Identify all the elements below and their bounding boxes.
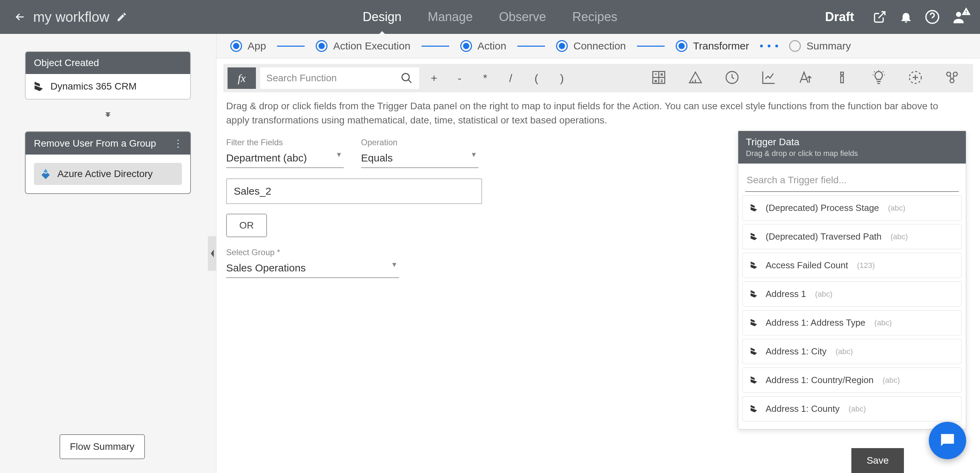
trigger-field-item[interactable]: (Deprecated) Traversed Path (abc): [743, 224, 962, 249]
time-category-icon[interactable]: [724, 70, 741, 87]
chat-bubble-icon[interactable]: [929, 422, 966, 459]
open-external-icon[interactable]: [872, 10, 887, 25]
info-category-icon[interactable]: [834, 70, 851, 87]
function-bar: fx + - * / ( ): [223, 64, 973, 92]
op-rparen[interactable]: ): [551, 67, 573, 89]
text-category-icon[interactable]: [797, 70, 815, 87]
wizard-stepper: App Action Execution Action Connection T…: [216, 34, 980, 59]
svg-rect-5: [841, 76, 843, 83]
dynamics-icon: [749, 289, 759, 299]
trigger-panel-subtitle: Drag & drop or click to map fields: [746, 149, 958, 158]
step-action-execution[interactable]: Action Execution: [316, 40, 410, 52]
card-header: Object Created: [25, 52, 190, 74]
or-button[interactable]: OR: [226, 214, 267, 237]
trigger-field-item[interactable]: Address 1: County (abc): [743, 396, 962, 422]
status-label: Draft: [825, 10, 854, 24]
trigger-field-name: (Deprecated) Process Stage: [765, 202, 879, 213]
card-app-name: Azure Active Directory: [57, 169, 153, 180]
trigger-field-type: (abc): [883, 376, 900, 385]
dynamics-icon: [749, 346, 759, 357]
avatar-icon[interactable]: [951, 10, 966, 25]
collapse-sidebar-icon[interactable]: [208, 236, 217, 271]
fx-icon[interactable]: fx: [228, 67, 256, 89]
math-category-icon[interactable]: [651, 70, 668, 87]
op-plus[interactable]: +: [423, 67, 445, 89]
trigger-field-type: (abc): [835, 347, 853, 356]
card-title: Object Created: [34, 57, 99, 68]
trigger-field-item[interactable]: Address 1: Country/Region (abc): [743, 368, 962, 393]
trigger-field-name: Address 1: County: [765, 403, 840, 414]
step-action[interactable]: Action: [460, 40, 506, 52]
trigger-field-item[interactable]: Address 1: City (abc): [743, 339, 962, 364]
tab-recipes[interactable]: Recipes: [570, 0, 620, 35]
workflow-card-trigger[interactable]: Object Created Dynamics 365 CRM: [25, 51, 191, 100]
trigger-field-item[interactable]: Address 1 (abc): [743, 282, 962, 307]
trigger-field-item[interactable]: (Deprecated) Process Stage (abc): [743, 195, 962, 221]
step-summary[interactable]: Summary: [789, 40, 851, 52]
trigger-field-item[interactable]: Access Failed Count (123): [743, 253, 962, 278]
op-lparen[interactable]: (: [526, 67, 547, 89]
settings-category-icon[interactable]: [944, 70, 961, 87]
step-connector: [422, 46, 449, 47]
step-connector: [277, 46, 305, 47]
tab-manage[interactable]: Manage: [425, 0, 476, 35]
trigger-field-type: (abc): [815, 290, 832, 299]
dynamics-icon: [749, 232, 759, 242]
trigger-field-list[interactable]: (Deprecated) Process Stage (abc) (Deprec…: [738, 195, 966, 429]
geometry-category-icon[interactable]: [687, 70, 705, 87]
svg-point-1: [956, 12, 961, 17]
trigger-search-input[interactable]: [745, 169, 959, 192]
filter-field-select[interactable]: Department (abc): [226, 150, 344, 168]
trigger-field-name: Address 1: [765, 289, 806, 299]
stats-category-icon[interactable]: [761, 70, 778, 87]
dynamics-icon: [749, 375, 759, 385]
workflow-card-action[interactable]: Remove User From a Group ⋮ Azure Active …: [25, 131, 191, 194]
tab-observe[interactable]: Observe: [496, 0, 549, 35]
filter-label: Filter the Fields: [226, 138, 344, 147]
back-arrow-icon[interactable]: [14, 11, 26, 23]
op-minus[interactable]: -: [449, 67, 470, 89]
alert-badge-icon: [961, 6, 971, 16]
step-transformer[interactable]: Transformer: [676, 40, 749, 52]
step-connector-dots: [760, 45, 778, 47]
dynamics-icon: [32, 80, 45, 93]
trigger-panel-header: Trigger Data Drag & drop or click to map…: [738, 131, 966, 164]
main-content: App Action Execution Action Connection T…: [216, 34, 980, 473]
search-function-input[interactable]: [266, 73, 401, 84]
trigger-field-name: Address 1: City: [765, 346, 826, 357]
select-group-label: Select Group *: [226, 248, 399, 257]
op-divide[interactable]: /: [500, 67, 522, 89]
svg-rect-6: [841, 72, 843, 75]
app-header: my workflow Design Manage Observe Recipe…: [0, 0, 980, 34]
operation-label: Operation: [361, 138, 479, 147]
encoding-category-icon[interactable]: [907, 70, 925, 87]
filter-value-input[interactable]: [226, 178, 482, 204]
trigger-field-name: Address 1: Country/Region: [765, 375, 873, 385]
flow-summary-button[interactable]: Flow Summary: [59, 434, 145, 459]
trigger-data-panel: Trigger Data Drag & drop or click to map…: [738, 131, 966, 430]
idea-category-icon[interactable]: [871, 70, 888, 87]
select-group-select[interactable]: Sales Operations: [226, 260, 399, 278]
search-icon[interactable]: [401, 72, 413, 84]
trigger-field-name: (Deprecated) Traversed Path: [765, 231, 881, 242]
workflow-sidebar: Object Created Dynamics 365 CRM Remove U…: [0, 34, 216, 473]
save-button[interactable]: Save: [851, 448, 904, 473]
dynamics-icon: [749, 404, 759, 414]
trigger-field-item[interactable]: Address 1: Address Type (abc): [743, 310, 962, 335]
dynamics-icon: [749, 203, 759, 213]
tab-design[interactable]: Design: [360, 0, 404, 35]
step-connection[interactable]: Connection: [556, 40, 626, 52]
more-icon[interactable]: ⋮: [173, 138, 182, 149]
step-app[interactable]: App: [230, 40, 266, 52]
edit-icon[interactable]: [116, 11, 127, 22]
trigger-field-type: (123): [857, 261, 875, 270]
step-connector: [517, 46, 545, 47]
operation-select[interactable]: Equals: [361, 150, 479, 168]
bell-icon[interactable]: [898, 10, 913, 25]
op-multiply[interactable]: *: [474, 67, 496, 89]
workflow-name: my workflow: [33, 10, 109, 25]
help-icon[interactable]: [925, 10, 940, 25]
card-header: Remove User From a Group ⋮: [25, 132, 190, 154]
trigger-field-type: (abc): [849, 405, 866, 414]
card-app-name: Dynamics 365 CRM: [51, 81, 137, 92]
